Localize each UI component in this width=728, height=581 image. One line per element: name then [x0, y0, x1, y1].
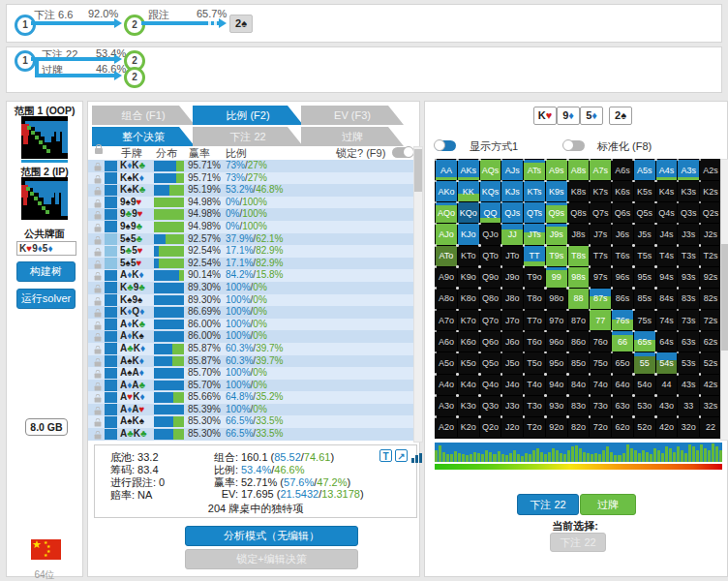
table-row[interactable]: A♦A♥85.39%100%/0%: [88, 404, 413, 416]
memory-button[interactable]: 8.0 GB: [25, 418, 68, 436]
matrix-cell-94o[interactable]: 94o: [546, 375, 567, 395]
matrix-cell-J2s[interactable]: J2s: [700, 224, 721, 244]
table-row[interactable]: A♠K♦85.87%60.3%/39.7%: [88, 355, 413, 368]
matrix-cell-Q2s[interactable]: Q2s: [700, 202, 721, 223]
matrix-cell-J3o[interactable]: J3o: [501, 396, 523, 416]
matrix-cell-T6o[interactable]: T6o: [524, 331, 545, 352]
matrix-cell-A9o[interactable]: A9o: [436, 267, 457, 288]
matrix-cell-K8o[interactable]: K8o: [458, 289, 479, 309]
table-row[interactable]: 9♣9♥94.98%0%/100%: [88, 208, 413, 221]
external-link-icon[interactable]: ↗: [395, 449, 408, 462]
matrix-cell-KK[interactable]: KK: [458, 181, 479, 201]
matrix-cell-AKs[interactable]: AKs: [458, 160, 479, 180]
matrix-cell-97s[interactable]: 97s: [590, 267, 611, 288]
matrix-cell-AQo[interactable]: AQo: [436, 202, 457, 223]
matrix-cell-KJs[interactable]: KJs: [501, 181, 523, 201]
matrix-cell-54o[interactable]: 54o: [634, 375, 655, 395]
table-row[interactable]: K♦K♣95.71%73%/27%: [88, 160, 413, 172]
matrix-cell-94s[interactable]: 94s: [656, 267, 678, 288]
matrix-cell-72o[interactable]: 72o: [590, 417, 611, 438]
table-row[interactable]: K♠K♦95.71%73%/27%: [88, 172, 413, 185]
matrix-cell-T8s[interactable]: T8s: [568, 246, 590, 266]
matrix-cell-T4s[interactable]: T4s: [656, 246, 678, 266]
matrix-cell-J7s[interactable]: J7s: [590, 224, 611, 244]
matrix-cell-Q5o[interactable]: Q5o: [480, 352, 501, 373]
matrix-cell-42s[interactable]: 42s: [700, 375, 721, 395]
matrix-cell-Q3o[interactable]: Q3o: [480, 396, 501, 416]
matrix-cell-J5o[interactable]: J5o: [501, 352, 523, 373]
matrix-cell-A5s[interactable]: A5s: [634, 160, 655, 180]
matrix-cell-Q4o[interactable]: Q4o: [480, 375, 501, 395]
bar-chart-icon[interactable]: [411, 453, 424, 463]
matrix-cell-A4s[interactable]: A4s: [656, 160, 678, 180]
matrix-cell-AKo[interactable]: AKo: [436, 181, 457, 201]
build-tree-button[interactable]: 构建树: [16, 261, 76, 282]
matrix-cell-66[interactable]: 66: [612, 331, 633, 352]
matrix-cell-72s[interactable]: 72s: [700, 310, 721, 330]
matrix-cell-A2s[interactable]: A2s: [700, 160, 721, 180]
matrix-cell-J4s[interactable]: J4s: [656, 224, 678, 244]
matrix-cell-63s[interactable]: 63s: [678, 331, 699, 352]
matrix-cell-KTo[interactable]: KTo: [458, 246, 479, 266]
matrix-cell-A6o[interactable]: A6o: [436, 331, 457, 352]
matrix-cell-Q7s[interactable]: Q7s: [590, 202, 611, 223]
table-row[interactable]: 5♣5♥92.54%17.1%/82.9%: [88, 245, 413, 258]
matrix-cell-QTs[interactable]: QTs: [524, 202, 545, 223]
table-row[interactable]: A♦A♣85.70%100%/0%: [88, 380, 413, 392]
matrix-cell-A7o[interactable]: A7o: [436, 310, 457, 330]
matrix-cell-K9s[interactable]: K9s: [546, 181, 567, 201]
table-row[interactable]: A♠K♠85.30%66.5%/33.5%: [88, 415, 413, 428]
tab-check[interactable]: 过牌: [301, 127, 404, 146]
matrix-cell-A3s[interactable]: A3s: [678, 160, 699, 180]
matrix-cell-64o[interactable]: 64o: [612, 375, 633, 395]
matrix-cell-44[interactable]: 44: [656, 375, 678, 395]
table-row[interactable]: A♣K♦85.87%60.3%/39.7%: [88, 343, 413, 355]
table-row[interactable]: A♥K♦85.66%64.8%/35.2%: [88, 391, 413, 404]
matrix-cell-J6o[interactable]: J6o: [501, 331, 523, 352]
matrix-cell-K6s[interactable]: K6s: [612, 181, 633, 201]
matrix-cell-22[interactable]: 22: [700, 417, 721, 438]
matrix-cell-73s[interactable]: 73s: [678, 310, 699, 330]
matrix-cell-ATs[interactable]: ATs: [524, 160, 545, 180]
matrix-cell-AJs[interactable]: AJs: [501, 160, 523, 180]
matrix-cell-52o[interactable]: 52o: [634, 417, 655, 438]
table-scrollbar[interactable]: [413, 146, 423, 443]
panel-scrollbar-thumb[interactable]: [721, 244, 728, 351]
matrix-cell-J6s[interactable]: J6s: [612, 224, 633, 244]
matrix-cell-85s[interactable]: 85s: [634, 289, 655, 309]
panel-scrollbar[interactable]: [720, 159, 728, 441]
matrix-cell-32o[interactable]: 32o: [678, 417, 699, 438]
matrix-cell-Q9o[interactable]: Q9o: [480, 267, 501, 288]
matrix-cell-AJo[interactable]: AJo: [436, 224, 457, 244]
matrix-cell-J9s[interactable]: J9s: [546, 224, 567, 244]
lock-edit-button[interactable]: 锁定+编辑决策: [185, 549, 358, 569]
matrix-cell-42o[interactable]: 42o: [656, 417, 678, 438]
matrix-cell-J8o[interactable]: J8o: [501, 289, 523, 309]
matrix-cell-85o[interactable]: 85o: [568, 352, 590, 373]
matrix-cell-J3s[interactable]: J3s: [678, 224, 699, 244]
matrix-cell-43s[interactable]: 43s: [678, 375, 699, 395]
tree-node-1[interactable]: 1: [15, 50, 36, 72]
matrix-cell-Q6o[interactable]: Q6o: [480, 331, 501, 352]
matrix-cell-T7s[interactable]: T7s: [590, 246, 611, 266]
matrix-cell-A3o[interactable]: A3o: [436, 396, 457, 416]
display-mode-toggle[interactable]: [435, 140, 456, 151]
matrix-cell-KTs[interactable]: KTs: [524, 181, 545, 201]
matrix-cell-98o[interactable]: 98o: [546, 289, 567, 309]
tree-node-2[interactable]: 2: [124, 15, 145, 36]
matrix-cell-99[interactable]: 99: [546, 267, 567, 288]
table-row[interactable]: A♠A♦85.70%100%/0%: [88, 367, 413, 380]
matrix-cell-T3s[interactable]: T3s: [678, 246, 699, 266]
matrix-cell-92o[interactable]: 92o: [546, 417, 567, 438]
matrix-cell-75o[interactable]: 75o: [590, 352, 611, 373]
table-row[interactable]: K♠9♠89.30%100%/0%: [88, 294, 413, 307]
table-row[interactable]: 5♠5♥92.54%17.1%/82.9%: [88, 258, 413, 270]
matrix-cell-Q6s[interactable]: Q6s: [612, 202, 633, 223]
matrix-cell-53s[interactable]: 53s: [678, 352, 699, 373]
matrix-cell-T6s[interactable]: T6s: [612, 246, 633, 266]
matrix-cell-Q2o[interactable]: Q2o: [480, 417, 501, 438]
matrix-cell-A4o[interactable]: A4o: [436, 375, 457, 395]
matrix-cell-82o[interactable]: 82o: [568, 417, 590, 438]
matrix-cell-K3o[interactable]: K3o: [458, 396, 479, 416]
matrix-cell-Q5s[interactable]: Q5s: [634, 202, 655, 223]
